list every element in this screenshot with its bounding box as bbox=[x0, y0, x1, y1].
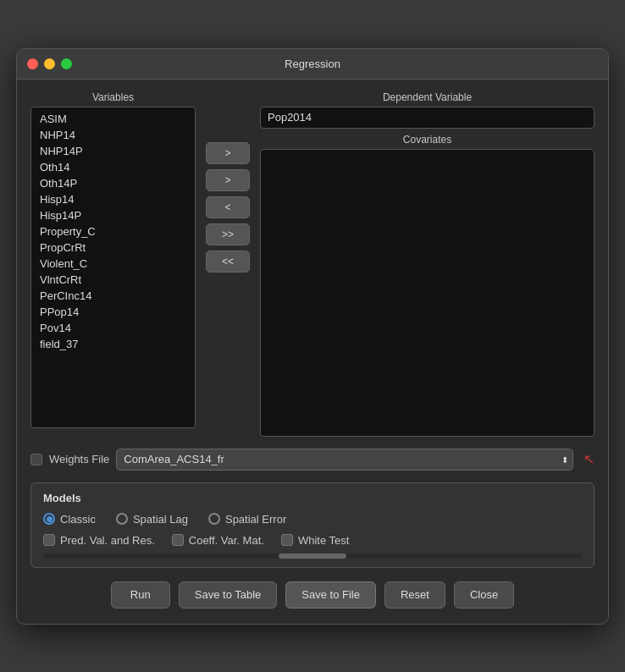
list-item[interactable]: Property_C bbox=[31, 223, 195, 240]
list-item[interactable]: Pov14 bbox=[31, 320, 195, 336]
dependent-variable-label: Dependent Variable bbox=[260, 91, 595, 103]
add-dependent-button[interactable]: > bbox=[206, 142, 250, 164]
models-scrollbar-thumb bbox=[279, 554, 346, 559]
white-test-label: White Test bbox=[298, 534, 349, 547]
radio-classic[interactable]: Classic bbox=[43, 513, 96, 526]
radio-spatial-error-circle bbox=[208, 513, 220, 525]
checkbox-row: Pred. Val. and Res. Coeff. Var. Mat. Whi… bbox=[43, 534, 582, 547]
minimize-traffic-light[interactable] bbox=[44, 58, 55, 69]
radio-spatial-lag-label: Spatial Lag bbox=[133, 513, 188, 526]
weights-checkbox[interactable] bbox=[30, 454, 42, 465]
save-to-file-button[interactable]: Save to File bbox=[285, 581, 376, 609]
remove-covariate-button[interactable]: < bbox=[206, 196, 250, 218]
close-button[interactable]: Close bbox=[454, 581, 514, 609]
list-item[interactable]: Hisp14P bbox=[31, 207, 195, 223]
regression-window: Regression Variables ASIMNHP14NHP14POth1… bbox=[16, 48, 609, 625]
list-item[interactable]: Oth14 bbox=[31, 159, 195, 175]
pred-val-label: Pred. Val. and Res. bbox=[60, 534, 155, 547]
radio-spatial-lag-circle bbox=[116, 513, 128, 525]
list-item[interactable]: ASIM bbox=[31, 111, 195, 127]
radio-row: Classic Spatial Lag Spatial Error bbox=[43, 513, 582, 526]
top-section: Variables ASIMNHP14NHP14POth14Oth14PHisp… bbox=[30, 91, 595, 437]
remove-all-button[interactable]: << bbox=[206, 251, 250, 273]
models-title: Models bbox=[43, 492, 582, 504]
coeff-var-checkbox[interactable] bbox=[172, 534, 184, 546]
list-item[interactable]: field_37 bbox=[31, 336, 195, 352]
traffic-lights bbox=[27, 58, 72, 69]
run-button[interactable]: Run bbox=[111, 581, 170, 609]
white-test-checkbox[interactable] bbox=[281, 534, 293, 546]
radio-classic-label: Classic bbox=[60, 513, 96, 526]
coeff-var-label: Coeff. Var. Mat. bbox=[189, 534, 264, 547]
weights-dropdown-wrapper: ComArea_ACS14_fr ⬍ bbox=[116, 449, 573, 471]
radio-spatial-error[interactable]: Spatial Error bbox=[208, 513, 286, 526]
models-section: Models Classic Spatial Lag Spatial Error bbox=[30, 482, 595, 568]
checkbox-white-test[interactable]: White Test bbox=[281, 534, 349, 547]
covariates-label: Covariates bbox=[260, 134, 595, 146]
add-covariate-button[interactable]: > bbox=[206, 169, 250, 191]
list-item[interactable]: NHP14 bbox=[31, 127, 195, 143]
list-item[interactable]: VlntCrRt bbox=[31, 272, 195, 288]
title-bar: Regression bbox=[17, 49, 608, 80]
list-item[interactable]: PropCrRt bbox=[31, 240, 195, 256]
list-item[interactable]: PerCInc14 bbox=[31, 288, 195, 304]
bottom-buttons: Run Save to Table Save to File Reset Clo… bbox=[30, 578, 595, 612]
radio-classic-circle bbox=[43, 513, 55, 525]
cursor-icon: ↖ bbox=[584, 451, 595, 467]
dependent-variable-input[interactable] bbox=[260, 107, 595, 129]
list-item[interactable]: PPop14 bbox=[31, 304, 195, 320]
list-item[interactable]: Violent_C bbox=[31, 256, 195, 272]
weights-row: Weights File ComArea_ACS14_fr ⬍ ↖ bbox=[30, 445, 595, 474]
variables-label: Variables bbox=[30, 91, 196, 103]
radio-spatial-error-label: Spatial Error bbox=[225, 513, 286, 526]
weights-dropdown[interactable]: ComArea_ACS14_fr bbox=[116, 449, 573, 471]
reset-button[interactable]: Reset bbox=[384, 581, 445, 609]
list-item[interactable]: NHP14P bbox=[31, 143, 195, 159]
save-to-table-button[interactable]: Save to Table bbox=[179, 581, 278, 609]
checkbox-coeff-var[interactable]: Coeff. Var. Mat. bbox=[172, 534, 264, 547]
variables-list[interactable]: ASIMNHP14NHP14POth14Oth14PHisp14Hisp14PP… bbox=[30, 107, 196, 428]
covariates-list[interactable] bbox=[260, 149, 595, 437]
pred-val-checkbox[interactable] bbox=[43, 534, 55, 546]
close-traffic-light[interactable] bbox=[27, 58, 38, 69]
maximize-traffic-light[interactable] bbox=[61, 58, 72, 69]
weights-label: Weights File bbox=[49, 453, 109, 465]
right-panel: Dependent Variable Covariates bbox=[260, 91, 595, 437]
add-all-button[interactable]: >> bbox=[206, 223, 250, 245]
arrow-buttons-column: > > < >> << bbox=[202, 91, 253, 273]
main-content: Variables ASIMNHP14NHP14POth14Oth14PHisp… bbox=[17, 80, 608, 624]
checkbox-pred-val[interactable]: Pred. Val. and Res. bbox=[43, 534, 155, 547]
radio-spatial-lag[interactable]: Spatial Lag bbox=[116, 513, 188, 526]
window-title: Regression bbox=[285, 58, 340, 70]
list-item[interactable]: Hisp14 bbox=[31, 191, 195, 207]
list-item[interactable]: Oth14P bbox=[31, 175, 195, 191]
variables-panel: Variables ASIMNHP14NHP14POth14Oth14PHisp… bbox=[30, 91, 196, 428]
models-scrollbar[interactable] bbox=[43, 554, 582, 559]
dependent-variable-section: Dependent Variable bbox=[260, 91, 595, 129]
